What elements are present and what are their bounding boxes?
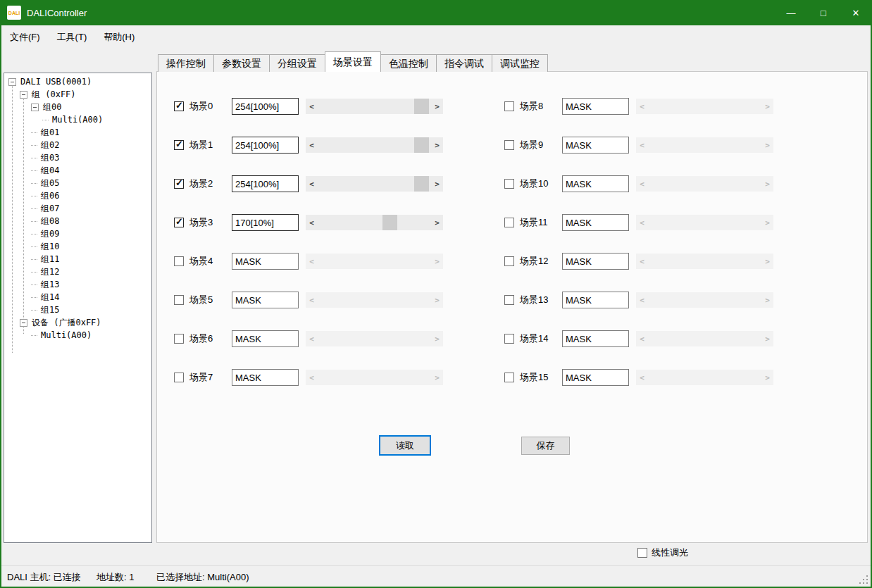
scene-scrollbar-0[interactable]: <>: [306, 99, 443, 114]
tree-item-label[interactable]: 组03: [39, 152, 61, 164]
scene-value-input-3[interactable]: [232, 214, 299, 231]
scene-scrollbar-3[interactable]: <>: [306, 215, 443, 230]
linear-dimming-checkbox[interactable]: [637, 548, 647, 558]
scene-checkbox-12[interactable]: [504, 256, 514, 266]
tree-item-label[interactable]: 组07: [39, 203, 61, 215]
tree-expand-icon[interactable]: [20, 319, 27, 327]
scene-value-input-10[interactable]: [562, 175, 629, 192]
scene-checkbox-5[interactable]: [174, 295, 184, 305]
scene-value-input-4[interactable]: [232, 253, 299, 270]
tree-item[interactable]: 组05: [4, 177, 151, 189]
scroll-left-arrow-icon[interactable]: <: [306, 215, 318, 230]
tree-item[interactable]: 组12: [4, 265, 151, 278]
scene-checkbox-11[interactable]: [504, 218, 514, 227]
scroll-right-arrow-icon[interactable]: >: [431, 215, 443, 230]
scene-value-input-5[interactable]: [232, 292, 299, 308]
tree-item[interactable]: 组09: [4, 227, 151, 240]
tree-item[interactable]: 组 (0xFF): [4, 88, 151, 101]
tree-item[interactable]: 组02: [4, 139, 151, 151]
scene-value-input-8[interactable]: [562, 98, 629, 115]
tab-3[interactable]: 场景设置: [325, 51, 381, 72]
tree-item-label[interactable]: Multi(A00): [39, 330, 93, 340]
scene-value-input-12[interactable]: [562, 253, 629, 270]
tree-item[interactable]: Multi(A00): [4, 113, 151, 126]
tree-item[interactable]: 组11: [4, 253, 151, 265]
resize-grip[interactable]: [858, 574, 868, 584]
scene-checkbox-1[interactable]: [174, 140, 184, 150]
tree-item[interactable]: 组14: [4, 291, 151, 304]
tree-item[interactable]: DALI USB(0001): [4, 75, 151, 88]
save-button[interactable]: 保存: [521, 437, 570, 455]
scene-value-input-9[interactable]: [562, 137, 629, 154]
tree-item[interactable]: 设备 (广播0xFF): [4, 316, 151, 329]
menu-file[interactable]: 文件(F): [1, 27, 49, 47]
tree-item-label[interactable]: 组05: [39, 177, 61, 189]
tree-item[interactable]: 组13: [4, 278, 151, 291]
scene-checkbox-2[interactable]: [174, 179, 184, 189]
tree-item-label[interactable]: 组10: [39, 241, 61, 253]
scene-checkbox-9[interactable]: [504, 140, 514, 150]
scene-value-input-1[interactable]: [232, 137, 299, 154]
scrollbar-thumb[interactable]: [414, 137, 429, 153]
tree-item-label[interactable]: 组15: [39, 304, 61, 316]
tree-expand-icon[interactable]: [20, 91, 27, 99]
scene-checkbox-3[interactable]: [174, 218, 184, 227]
tree-item-label[interactable]: 组 (0xFF): [30, 89, 77, 101]
scroll-left-arrow-icon[interactable]: <: [306, 137, 318, 153]
tree-item-label[interactable]: 组06: [39, 190, 61, 202]
tab-0[interactable]: 操作控制: [158, 54, 214, 72]
menu-tools[interactable]: 工具(T): [49, 27, 96, 47]
tree-item-label[interactable]: Multi(A00): [51, 115, 104, 125]
scroll-right-arrow-icon[interactable]: >: [431, 176, 443, 192]
read-button[interactable]: 读取: [379, 435, 431, 456]
tree-item[interactable]: 组00: [4, 101, 151, 113]
tab-4[interactable]: 色温控制: [380, 54, 437, 72]
scene-checkbox-0[interactable]: [174, 101, 184, 111]
tree-item[interactable]: 组15: [4, 304, 151, 316]
scroll-left-arrow-icon[interactable]: <: [306, 176, 318, 192]
scrollbar-thumb[interactable]: [414, 99, 429, 114]
minimize-button[interactable]: —: [775, 0, 807, 25]
tree-item-label[interactable]: 组02: [39, 139, 61, 151]
scroll-right-arrow-icon[interactable]: >: [431, 99, 443, 114]
tree-item-label[interactable]: DALI USB(0001): [19, 77, 93, 87]
tree-item[interactable]: 组01: [4, 126, 151, 139]
tab-2[interactable]: 分组设置: [269, 54, 325, 72]
scene-checkbox-4[interactable]: [174, 256, 184, 266]
tree-item[interactable]: 组08: [4, 215, 151, 227]
scene-checkbox-14[interactable]: [504, 334, 514, 344]
menu-help[interactable]: 帮助(H): [95, 27, 143, 47]
tree-item-label[interactable]: 组00: [42, 101, 63, 113]
maximize-button[interactable]: □: [807, 0, 840, 25]
tree-item-label[interactable]: 组08: [39, 215, 61, 227]
tree-item-label[interactable]: 组14: [39, 292, 61, 304]
tree-item[interactable]: 组10: [4, 240, 151, 253]
scene-checkbox-7[interactable]: [174, 373, 184, 382]
scene-value-input-14[interactable]: [562, 330, 629, 347]
tab-1[interactable]: 参数设置: [213, 54, 270, 72]
tree-item-label[interactable]: 组04: [39, 165, 61, 177]
tree-item-label[interactable]: 组12: [39, 266, 61, 278]
scene-value-input-6[interactable]: [232, 330, 299, 347]
tree-expand-icon[interactable]: [31, 104, 39, 111]
tree-item-label[interactable]: 设备 (广播0xFF): [30, 317, 103, 329]
tree-item-label[interactable]: 组13: [39, 279, 61, 291]
scrollbar-thumb[interactable]: [382, 215, 397, 230]
tree-item[interactable]: 组03: [4, 151, 151, 164]
scene-checkbox-6[interactable]: [174, 334, 184, 344]
tree-item[interactable]: Multi(A00): [4, 329, 151, 342]
scene-scrollbar-2[interactable]: <>: [306, 176, 443, 192]
scene-checkbox-10[interactable]: [504, 179, 514, 189]
tree-item-label[interactable]: 组11: [39, 254, 61, 265]
scene-checkbox-8[interactable]: [504, 101, 514, 111]
close-button[interactable]: ✕: [840, 0, 872, 25]
tree-expand-icon[interactable]: [8, 78, 16, 86]
scene-value-input-13[interactable]: [562, 292, 629, 308]
tree-item-label[interactable]: 组01: [39, 127, 61, 139]
scene-value-input-2[interactable]: [232, 175, 299, 192]
scroll-left-arrow-icon[interactable]: <: [306, 99, 318, 114]
scene-value-input-15[interactable]: [562, 369, 629, 386]
tree-item[interactable]: 组07: [4, 202, 151, 215]
tree-item-label[interactable]: 组09: [39, 228, 61, 240]
scene-checkbox-15[interactable]: [504, 373, 514, 382]
